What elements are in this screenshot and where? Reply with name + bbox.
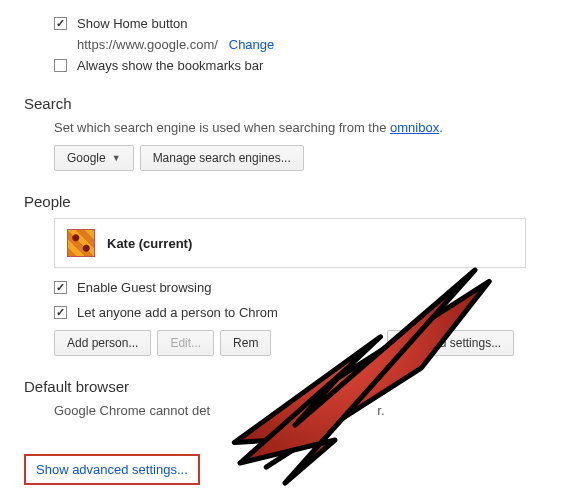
search-desc-text: Set which search engine is used when sea…	[54, 120, 390, 135]
anyone-add-label: Let anyone add a person to Chrom	[77, 305, 278, 320]
people-list-item[interactable]: Kate (current)	[54, 218, 526, 268]
search-engine-value: Google	[67, 151, 106, 165]
omnibox-link[interactable]: omnibox	[390, 120, 439, 135]
people-section-title: People	[24, 193, 556, 210]
avatar	[67, 229, 95, 257]
search-section-title: Search	[24, 95, 556, 112]
bookmarks-bar-label: Always show the bookmarks bar	[77, 58, 263, 73]
caret-down-icon: ▼	[112, 153, 121, 163]
remove-person-button[interactable]: Rem	[220, 330, 271, 356]
default-browser-title: Default browser	[24, 378, 556, 395]
show-advanced-settings-link[interactable]: Show advanced settings...	[36, 462, 188, 477]
add-person-button[interactable]: Add person...	[54, 330, 151, 356]
people-current-name: Kate (current)	[107, 236, 192, 251]
search-engine-dropdown[interactable]: Google ▼	[54, 145, 134, 171]
change-link[interactable]: Change	[229, 37, 275, 52]
show-home-checkbox[interactable]	[54, 17, 67, 30]
import-bookmarks-button[interactable]: arks and settings...	[387, 330, 514, 356]
bookmarks-bar-checkbox[interactable]	[54, 59, 67, 72]
manage-search-engines-button[interactable]: Manage search engines...	[140, 145, 304, 171]
default-browser-text-suffix: r.	[377, 403, 384, 418]
edit-person-button[interactable]: Edit...	[157, 330, 214, 356]
default-browser-text-prefix: Google Chrome cannot det	[54, 403, 210, 418]
guest-browsing-checkbox[interactable]	[54, 281, 67, 294]
show-home-label: Show Home button	[77, 16, 188, 31]
anyone-add-checkbox[interactable]	[54, 306, 67, 319]
guest-browsing-label: Enable Guest browsing	[77, 280, 211, 295]
show-advanced-settings-highlight: Show advanced settings...	[24, 454, 200, 485]
home-url-text: https://www.google.com/	[77, 37, 218, 52]
